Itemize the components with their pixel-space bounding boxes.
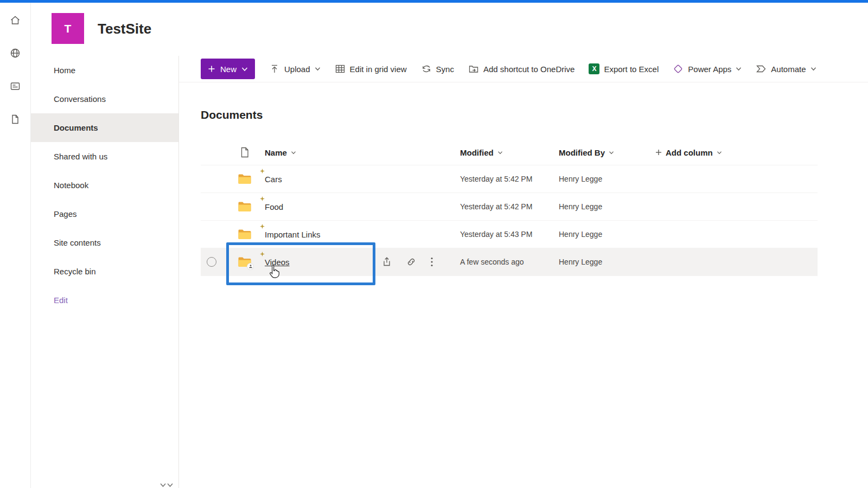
page-title: Documents bbox=[201, 108, 263, 121]
folder-icon[interactable] bbox=[238, 229, 252, 240]
new-item-sparkle-icon bbox=[260, 196, 265, 201]
modified-by-value[interactable]: Henry Legge bbox=[559, 230, 655, 239]
modified-by-value[interactable]: Henry Legge bbox=[559, 175, 655, 183]
sync-icon bbox=[421, 63, 432, 74]
upload-button[interactable]: Upload bbox=[269, 63, 321, 74]
row-select-radio[interactable] bbox=[207, 257, 216, 267]
power-apps-icon bbox=[673, 63, 684, 74]
folder-shortcut-icon bbox=[468, 63, 479, 74]
shared-folder-icon[interactable] bbox=[238, 256, 252, 268]
sidebar: Home Conversations Documents Shared with… bbox=[31, 56, 179, 488]
folder-name-link[interactable]: Important Links bbox=[265, 230, 460, 239]
site-title[interactable]: TestSite bbox=[98, 15, 151, 42]
table-row[interactable]: Food Yesterday at 5:42 PM Henry Legge bbox=[201, 193, 818, 221]
file-type-column-icon[interactable] bbox=[240, 147, 250, 158]
grid-icon bbox=[335, 63, 346, 74]
sidebar-item-edit[interactable]: Edit bbox=[31, 286, 178, 314]
edit-in-grid-view-button[interactable]: Edit in grid view bbox=[335, 63, 407, 74]
folder-name-link[interactable]: Food bbox=[265, 202, 460, 211]
new-button[interactable]: New bbox=[201, 59, 255, 79]
app-rail bbox=[0, 3, 31, 488]
modified-by-value[interactable]: Henry Legge bbox=[559, 258, 655, 266]
column-header-modified-by[interactable]: Modified By bbox=[559, 148, 655, 157]
new-item-sparkle-icon bbox=[260, 169, 265, 174]
plus-icon bbox=[208, 65, 215, 73]
pages-icon[interactable] bbox=[9, 113, 22, 126]
chevron-down-icon bbox=[609, 151, 614, 155]
table-row[interactable]: Cars Yesterday at 5:42 PM Henry Legge bbox=[201, 165, 818, 193]
row-hover-actions bbox=[381, 248, 433, 275]
command-bar: New Upload Edit in grid view Sync Add sh… bbox=[179, 56, 868, 82]
plus-icon bbox=[655, 149, 662, 156]
sidebar-item-home[interactable]: Home bbox=[31, 56, 178, 85]
add-shortcut-to-onedrive-button[interactable]: Add shortcut to OneDrive bbox=[468, 63, 575, 74]
excel-icon: X bbox=[589, 63, 599, 74]
sidebar-item-recycle-bin[interactable]: Recycle bin bbox=[31, 257, 178, 286]
shared-person-badge-icon bbox=[247, 263, 254, 270]
table-row[interactable]: Important Links Yesterday at 5:43 PM Hen… bbox=[201, 221, 818, 248]
globe-icon[interactable] bbox=[9, 47, 22, 60]
chevron-down-icon bbox=[315, 67, 321, 71]
copy-link-icon[interactable] bbox=[406, 256, 417, 267]
export-to-excel-button[interactable]: X Export to Excel bbox=[589, 63, 659, 74]
site-logo[interactable]: T bbox=[52, 13, 84, 44]
more-actions-ellipsis-icon[interactable] bbox=[430, 256, 433, 267]
sidebar-item-documents[interactable]: Documents bbox=[31, 113, 178, 142]
table-header-row: Name Modified Modified By Add column bbox=[201, 140, 818, 165]
add-column-button[interactable]: Add column bbox=[655, 148, 818, 157]
sidebar-item-site-contents[interactable]: Site contents bbox=[31, 228, 178, 257]
automate-button[interactable]: Automate bbox=[756, 63, 816, 74]
share-icon[interactable] bbox=[381, 256, 392, 267]
chevron-down-icon bbox=[736, 67, 742, 71]
site-header: T TestSite bbox=[31, 3, 868, 56]
table-row-videos[interactable]: Videos A few seconds ago Henry Legge bbox=[201, 248, 818, 276]
folder-icon[interactable] bbox=[238, 201, 252, 213]
modified-value: Yesterday at 5:43 PM bbox=[460, 230, 559, 239]
news-icon[interactable] bbox=[9, 80, 22, 93]
modified-by-value[interactable]: Henry Legge bbox=[559, 202, 655, 211]
power-automate-icon bbox=[756, 63, 767, 74]
folder-icon[interactable] bbox=[238, 174, 252, 185]
modified-value: Yesterday at 5:42 PM bbox=[460, 202, 559, 211]
sidebar-item-shared-with-us[interactable]: Shared with us bbox=[31, 142, 178, 171]
chevron-down-icon bbox=[717, 151, 722, 155]
column-header-name[interactable]: Name bbox=[265, 148, 460, 157]
sidebar-item-notebook[interactable]: Notebook bbox=[31, 171, 178, 200]
chevron-down-icon bbox=[497, 151, 503, 155]
sidebar-item-pages[interactable]: Pages bbox=[31, 200, 178, 228]
column-header-modified[interactable]: Modified bbox=[460, 148, 559, 157]
upload-icon bbox=[269, 63, 280, 74]
new-item-sparkle-icon bbox=[260, 224, 265, 229]
modified-value: Yesterday at 5:42 PM bbox=[460, 175, 559, 183]
home-icon[interactable] bbox=[9, 14, 22, 27]
nav-collapse-icon[interactable] bbox=[160, 483, 173, 488]
power-apps-button[interactable]: Power Apps bbox=[673, 63, 742, 74]
document-list: Name Modified Modified By Add column Car… bbox=[201, 140, 818, 276]
folder-name-link[interactable]: Cars bbox=[265, 175, 460, 184]
new-item-sparkle-icon bbox=[260, 252, 265, 256]
site-logo-letter: T bbox=[65, 22, 72, 35]
sync-button[interactable]: Sync bbox=[421, 63, 454, 74]
chevron-down-icon bbox=[291, 151, 296, 155]
sidebar-item-conversations[interactable]: Conversations bbox=[31, 85, 178, 113]
modified-value: A few seconds ago bbox=[460, 258, 559, 266]
chevron-down-icon bbox=[241, 67, 248, 72]
chevron-down-icon bbox=[810, 67, 816, 71]
